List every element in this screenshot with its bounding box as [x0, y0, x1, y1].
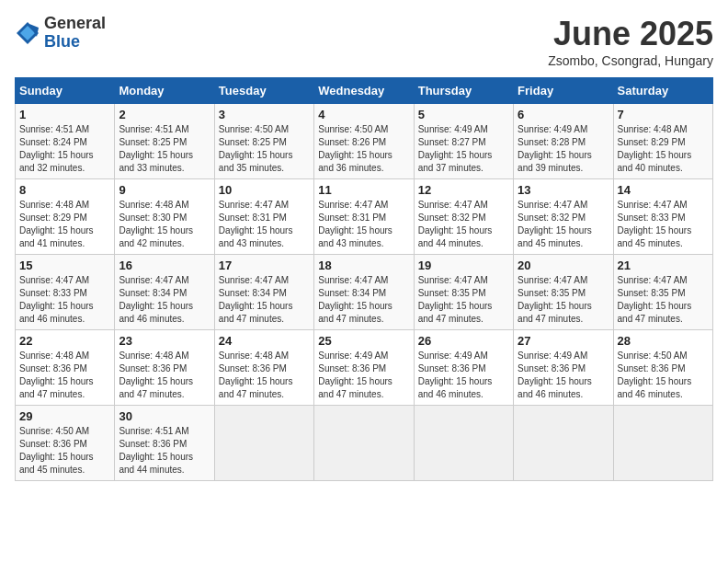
- table-row: 29Sunrise: 4:50 AM Sunset: 8:36 PM Dayli…: [16, 406, 115, 481]
- day-number: 20: [518, 259, 609, 272]
- day-info: Sunrise: 4:50 AM Sunset: 8:36 PM Dayligh…: [19, 425, 110, 477]
- table-row: 3Sunrise: 4:50 AM Sunset: 8:25 PM Daylig…: [214, 104, 313, 179]
- day-info: Sunrise: 4:50 AM Sunset: 8:36 PM Dayligh…: [618, 350, 709, 401]
- day-number: 22: [19, 334, 110, 348]
- logo-blue-text: Blue: [44, 33, 106, 52]
- day-info: Sunrise: 4:50 AM Sunset: 8:26 PM Dayligh…: [318, 123, 409, 175]
- day-info: Sunrise: 4:47 AM Sunset: 8:31 PM Dayligh…: [219, 199, 310, 250]
- header-wednesday: Wednesday: [314, 78, 414, 104]
- day-info: Sunrise: 4:48 AM Sunset: 8:30 PM Dayligh…: [119, 199, 210, 250]
- header-sunday: Sunday: [16, 78, 115, 104]
- table-row: [613, 406, 712, 481]
- day-info: Sunrise: 4:50 AM Sunset: 8:25 PM Dayligh…: [219, 123, 310, 175]
- calendar-table: Sunday Monday Tuesday Wednesday Thursday…: [15, 77, 713, 481]
- day-number: 2: [119, 108, 210, 121]
- day-info: Sunrise: 4:47 AM Sunset: 8:32 PM Dayligh…: [518, 199, 609, 250]
- table-row: [414, 406, 513, 481]
- table-row: 19Sunrise: 4:47 AM Sunset: 8:35 PM Dayli…: [414, 255, 513, 330]
- table-row: [214, 406, 313, 481]
- day-info: Sunrise: 4:47 AM Sunset: 8:31 PM Dayligh…: [318, 199, 409, 250]
- month-title: June 2025: [548, 15, 713, 53]
- table-row: 27Sunrise: 4:49 AM Sunset: 8:36 PM Dayli…: [514, 330, 613, 406]
- day-info: Sunrise: 4:51 AM Sunset: 8:36 PM Dayligh…: [119, 425, 210, 477]
- table-row: 4Sunrise: 4:50 AM Sunset: 8:26 PM Daylig…: [314, 104, 414, 179]
- table-row: 21Sunrise: 4:47 AM Sunset: 8:35 PM Dayli…: [613, 255, 712, 330]
- table-row: [514, 406, 613, 481]
- table-row: 11Sunrise: 4:47 AM Sunset: 8:31 PM Dayli…: [314, 179, 414, 255]
- day-number: 28: [618, 334, 709, 348]
- day-number: 3: [219, 108, 310, 121]
- day-number: 15: [19, 259, 110, 272]
- table-row: 2Sunrise: 4:51 AM Sunset: 8:25 PM Daylig…: [115, 104, 214, 179]
- calendar-row-3: 15Sunrise: 4:47 AM Sunset: 8:33 PM Dayli…: [16, 255, 713, 330]
- day-number: 16: [119, 259, 210, 272]
- day-info: Sunrise: 4:47 AM Sunset: 8:33 PM Dayligh…: [19, 274, 110, 326]
- calendar-row-5: 29Sunrise: 4:50 AM Sunset: 8:36 PM Dayli…: [16, 406, 713, 481]
- table-row: 26Sunrise: 4:49 AM Sunset: 8:36 PM Dayli…: [414, 330, 513, 406]
- day-info: Sunrise: 4:48 AM Sunset: 8:36 PM Dayligh…: [119, 350, 210, 401]
- page-header: General Blue June 2025 Zsombo, Csongrad,…: [15, 15, 713, 68]
- title-section: June 2025 Zsombo, Csongrad, Hungary: [548, 15, 713, 68]
- day-number: 4: [318, 108, 409, 121]
- table-row: 5Sunrise: 4:49 AM Sunset: 8:27 PM Daylig…: [414, 104, 513, 179]
- table-row: 22Sunrise: 4:48 AM Sunset: 8:36 PM Dayli…: [16, 330, 115, 406]
- table-row: 28Sunrise: 4:50 AM Sunset: 8:36 PM Dayli…: [613, 330, 712, 406]
- day-number: 11: [318, 183, 409, 197]
- weekday-header-row: Sunday Monday Tuesday Wednesday Thursday…: [16, 78, 713, 104]
- day-info: Sunrise: 4:49 AM Sunset: 8:28 PM Dayligh…: [518, 123, 609, 175]
- day-info: Sunrise: 4:49 AM Sunset: 8:27 PM Dayligh…: [418, 123, 509, 175]
- day-info: Sunrise: 4:49 AM Sunset: 8:36 PM Dayligh…: [318, 350, 409, 401]
- table-row: 17Sunrise: 4:47 AM Sunset: 8:34 PM Dayli…: [214, 255, 313, 330]
- day-info: Sunrise: 4:48 AM Sunset: 8:29 PM Dayligh…: [19, 199, 110, 250]
- day-number: 26: [418, 334, 509, 348]
- day-number: 23: [119, 334, 210, 348]
- day-number: 18: [318, 259, 409, 272]
- table-row: 16Sunrise: 4:47 AM Sunset: 8:34 PM Dayli…: [115, 255, 214, 330]
- day-number: 14: [618, 183, 709, 197]
- location-text: Zsombo, Csongrad, Hungary: [548, 53, 713, 68]
- calendar-row-2: 8Sunrise: 4:48 AM Sunset: 8:29 PM Daylig…: [16, 179, 713, 255]
- table-row: 12Sunrise: 4:47 AM Sunset: 8:32 PM Dayli…: [414, 179, 513, 255]
- day-number: 21: [618, 259, 709, 272]
- table-row: 23Sunrise: 4:48 AM Sunset: 8:36 PM Dayli…: [115, 330, 214, 406]
- table-row: 20Sunrise: 4:47 AM Sunset: 8:35 PM Dayli…: [514, 255, 613, 330]
- day-number: 17: [219, 259, 310, 272]
- day-info: Sunrise: 4:47 AM Sunset: 8:34 PM Dayligh…: [119, 274, 210, 326]
- day-info: Sunrise: 4:47 AM Sunset: 8:35 PM Dayligh…: [418, 274, 509, 326]
- table-row: 9Sunrise: 4:48 AM Sunset: 8:30 PM Daylig…: [115, 179, 214, 255]
- day-info: Sunrise: 4:49 AM Sunset: 8:36 PM Dayligh…: [418, 350, 509, 401]
- day-info: Sunrise: 4:49 AM Sunset: 8:36 PM Dayligh…: [518, 350, 609, 401]
- day-number: 24: [219, 334, 310, 348]
- day-number: 9: [119, 183, 210, 197]
- header-tuesday: Tuesday: [214, 78, 313, 104]
- calendar-row-1: 1Sunrise: 4:51 AM Sunset: 8:24 PM Daylig…: [16, 104, 713, 179]
- day-info: Sunrise: 4:47 AM Sunset: 8:35 PM Dayligh…: [618, 274, 709, 326]
- table-row: 24Sunrise: 4:48 AM Sunset: 8:36 PM Dayli…: [214, 330, 313, 406]
- day-info: Sunrise: 4:48 AM Sunset: 8:36 PM Dayligh…: [219, 350, 310, 401]
- table-row: 30Sunrise: 4:51 AM Sunset: 8:36 PM Dayli…: [115, 406, 214, 481]
- header-friday: Friday: [514, 78, 613, 104]
- day-number: 1: [19, 108, 110, 121]
- day-number: 30: [119, 409, 210, 423]
- table-row: [314, 406, 414, 481]
- table-row: 6Sunrise: 4:49 AM Sunset: 8:28 PM Daylig…: [514, 104, 613, 179]
- header-thursday: Thursday: [414, 78, 513, 104]
- table-row: 14Sunrise: 4:47 AM Sunset: 8:33 PM Dayli…: [613, 179, 712, 255]
- day-number: 27: [518, 334, 609, 348]
- table-row: 10Sunrise: 4:47 AM Sunset: 8:31 PM Dayli…: [214, 179, 313, 255]
- day-info: Sunrise: 4:47 AM Sunset: 8:32 PM Dayligh…: [418, 199, 509, 250]
- table-row: 25Sunrise: 4:49 AM Sunset: 8:36 PM Dayli…: [314, 330, 414, 406]
- table-row: 13Sunrise: 4:47 AM Sunset: 8:32 PM Dayli…: [514, 179, 613, 255]
- table-row: 15Sunrise: 4:47 AM Sunset: 8:33 PM Dayli…: [16, 255, 115, 330]
- header-monday: Monday: [115, 78, 214, 104]
- day-number: 10: [219, 183, 310, 197]
- calendar-row-4: 22Sunrise: 4:48 AM Sunset: 8:36 PM Dayli…: [16, 330, 713, 406]
- day-number: 13: [518, 183, 609, 197]
- day-info: Sunrise: 4:47 AM Sunset: 8:35 PM Dayligh…: [518, 274, 609, 326]
- day-number: 5: [418, 108, 509, 121]
- day-info: Sunrise: 4:47 AM Sunset: 8:33 PM Dayligh…: [618, 199, 709, 250]
- table-row: 7Sunrise: 4:48 AM Sunset: 8:29 PM Daylig…: [613, 104, 712, 179]
- logo-general-text: General: [44, 15, 106, 33]
- day-info: Sunrise: 4:48 AM Sunset: 8:36 PM Dayligh…: [19, 350, 110, 401]
- day-number: 19: [418, 259, 509, 272]
